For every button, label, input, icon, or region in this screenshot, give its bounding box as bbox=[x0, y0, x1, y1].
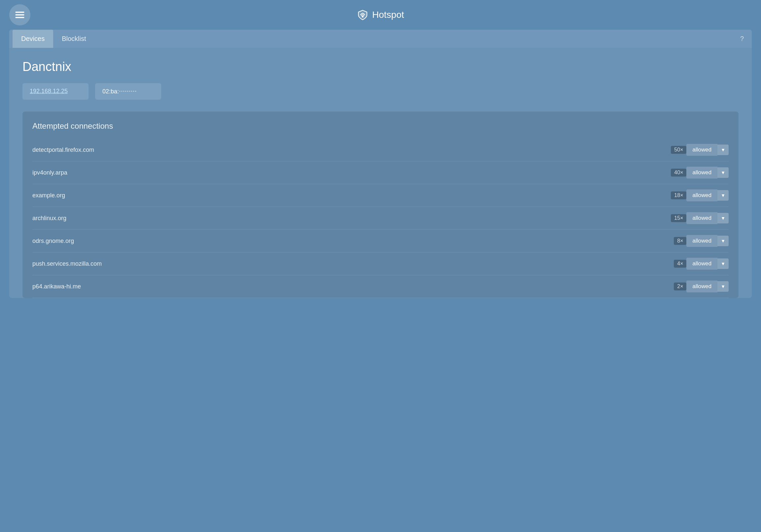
header: Hotspot bbox=[0, 0, 761, 30]
connection-domain: ipv4only.arpa bbox=[32, 169, 666, 176]
connections-list: detectportal.firefox.com 50× allowed ▼ i… bbox=[32, 138, 729, 298]
connection-status: allowed ▼ bbox=[686, 258, 729, 270]
connection-status: allowed ▼ bbox=[686, 212, 729, 224]
connection-domain: example.org bbox=[32, 192, 666, 199]
status-allowed-button[interactable]: allowed bbox=[686, 212, 717, 224]
connection-count: 8× bbox=[674, 237, 686, 245]
connection-domain: odrs.gnome.org bbox=[32, 238, 669, 244]
svg-point-3 bbox=[362, 16, 363, 17]
ip-address[interactable]: 192.168.12.25 bbox=[30, 88, 68, 94]
connection-count: 15× bbox=[671, 214, 686, 222]
connection-domain: push.services.mozilla.com bbox=[32, 260, 669, 267]
connection-count: 40× bbox=[671, 169, 686, 177]
connection-status: allowed ▼ bbox=[686, 167, 729, 179]
status-allowed-button[interactable]: allowed bbox=[686, 167, 717, 179]
connection-row: detectportal.firefox.com 50× allowed ▼ bbox=[32, 138, 729, 161]
status-dropdown-button[interactable]: ▼ bbox=[717, 144, 729, 155]
connections-panel: Attempted connections detectportal.firef… bbox=[23, 112, 738, 298]
status-allowed-button[interactable]: allowed bbox=[686, 189, 717, 201]
menu-button[interactable] bbox=[9, 4, 30, 26]
connections-title: Attempted connections bbox=[32, 122, 729, 131]
connection-status: allowed ▼ bbox=[686, 189, 729, 201]
help-button[interactable]: ? bbox=[735, 32, 748, 45]
status-allowed-button[interactable]: allowed bbox=[686, 144, 717, 156]
status-dropdown-button[interactable]: ▼ bbox=[717, 281, 729, 292]
status-dropdown-button[interactable]: ▼ bbox=[717, 213, 729, 223]
connection-row: p64.arikawa-hi.me 2× allowed ▼ bbox=[32, 275, 729, 298]
device-name: Danctnix bbox=[23, 60, 738, 74]
connection-domain: p64.arikawa-hi.me bbox=[32, 283, 669, 290]
status-allowed-button[interactable]: allowed bbox=[686, 258, 717, 270]
mac-box: 02:ba:‧‧‧‧‧‧‧‧‧ bbox=[95, 83, 161, 100]
connection-status: allowed ▼ bbox=[686, 281, 729, 293]
connection-row: archlinux.org 15× allowed ▼ bbox=[32, 207, 729, 230]
status-allowed-button[interactable]: allowed bbox=[686, 281, 717, 293]
connection-status: allowed ▼ bbox=[686, 144, 729, 156]
app-title-text: Hotspot bbox=[372, 10, 404, 20]
connection-count: 50× bbox=[671, 146, 686, 154]
ip-box: 192.168.12.25 bbox=[23, 83, 88, 100]
connection-row: odrs.gnome.org 8× allowed ▼ bbox=[32, 230, 729, 252]
main-card: Danctnix 192.168.12.25 02:ba:‧‧‧‧‧‧‧‧‧ A… bbox=[9, 48, 752, 298]
device-info-row: 192.168.12.25 02:ba:‧‧‧‧‧‧‧‧‧ bbox=[23, 83, 738, 100]
connection-count: 4× bbox=[674, 260, 686, 268]
app-title: Hotspot bbox=[357, 9, 404, 21]
connection-count: 18× bbox=[671, 191, 686, 199]
connection-row: ipv4only.arpa 40× allowed ▼ bbox=[32, 161, 729, 184]
status-dropdown-button[interactable]: ▼ bbox=[717, 190, 729, 201]
connection-domain: archlinux.org bbox=[32, 215, 666, 222]
connection-row: example.org 18× allowed ▼ bbox=[32, 184, 729, 207]
status-dropdown-button[interactable]: ▼ bbox=[717, 167, 729, 178]
shield-wifi-icon bbox=[357, 9, 368, 21]
tabs-bar: Devices Blocklist ? bbox=[9, 30, 752, 48]
status-dropdown-button[interactable]: ▼ bbox=[717, 236, 729, 246]
connection-status: allowed ▼ bbox=[686, 235, 729, 247]
connection-count: 2× bbox=[674, 283, 686, 291]
status-allowed-button[interactable]: allowed bbox=[686, 235, 717, 247]
tab-devices[interactable]: Devices bbox=[13, 30, 53, 48]
tab-blocklist[interactable]: Blocklist bbox=[53, 30, 94, 48]
mac-address: 02:ba:‧‧‧‧‧‧‧‧‧ bbox=[102, 88, 137, 95]
status-dropdown-button[interactable]: ▼ bbox=[717, 258, 729, 269]
connection-domain: detectportal.firefox.com bbox=[32, 146, 666, 153]
connection-row: push.services.mozilla.com 4× allowed ▼ bbox=[32, 252, 729, 275]
